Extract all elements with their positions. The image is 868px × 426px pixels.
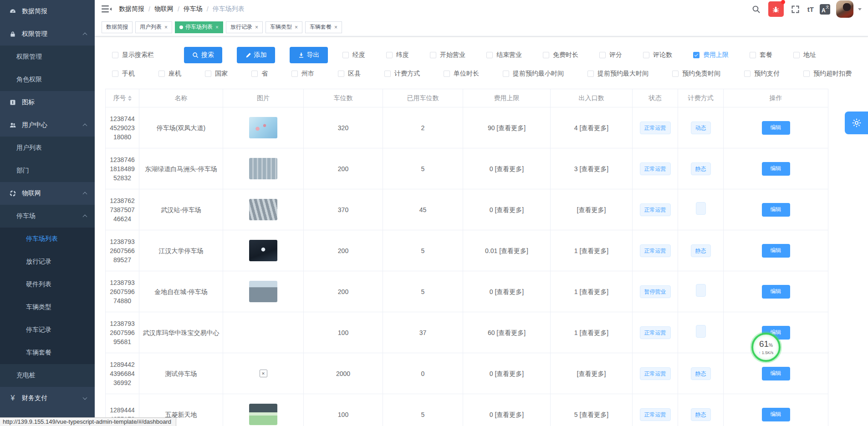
edit-button[interactable]: 编辑: [762, 162, 790, 176]
sidebar-item-permission-sub[interactable]: 权限管理: [0, 46, 95, 68]
page-content: 显示搜索栏 搜索 添加 导出 经度 纬度 开始营业 结束营业 免费时: [95, 36, 868, 426]
sidebar-item-role-permission[interactable]: 角色权限: [0, 68, 95, 91]
sidebar-item-parking-records[interactable]: 停车记录: [0, 319, 95, 341]
sidebar-item-iot[interactable]: 物联网: [0, 182, 95, 205]
table-row: 1238793260756689527 江汉大学停车场 200 5 0.01 […: [106, 230, 828, 271]
filter-free-duration[interactable]: 免费时长: [543, 51, 578, 59]
breadcrumb-item[interactable]: 停车场: [184, 5, 203, 13]
sidebar-item-dashboard[interactable]: 数据简报: [0, 0, 95, 23]
sidebar-item-pass-records[interactable]: 放行记录: [0, 250, 95, 273]
sidebar-item-department[interactable]: 部门: [0, 159, 95, 182]
add-button[interactable]: 添加: [237, 47, 275, 63]
fee-view-more-link[interactable]: 0 [查看更多]: [463, 394, 551, 426]
edit-button[interactable]: 编辑: [762, 367, 790, 380]
sidebar-item-vehicle-package[interactable]: 车辆套餐: [0, 341, 95, 364]
row-used: 2: [383, 107, 463, 148]
filter-reserve-free-time[interactable]: 预约免责时间: [672, 70, 720, 78]
filter-landline[interactable]: 座机: [158, 70, 181, 78]
show-search-checkbox[interactable]: 显示搜索栏: [112, 51, 154, 59]
table-row: 1238744452902318080 停车场(双凤大道) 320 2 90 […: [106, 107, 828, 148]
tab-vehicle-type[interactable]: 车辆类型×: [266, 21, 302, 33]
translate-icon[interactable]: A 文: [820, 4, 830, 15]
error-log-button[interactable]: [768, 1, 784, 17]
sidebar-item-charging-pile[interactable]: 充电桩: [0, 364, 95, 387]
sidebar-toggle-icon[interactable]: [102, 5, 112, 13]
close-icon[interactable]: ×: [215, 25, 219, 30]
col-header-id[interactable]: 序号: [106, 89, 139, 107]
filter-latitude[interactable]: 纬度: [386, 51, 409, 59]
filter-longitude[interactable]: 经度: [342, 51, 365, 59]
filter-max-reserve-time[interactable]: 提前预约最大时间: [587, 70, 648, 78]
export-button[interactable]: 导出: [290, 47, 328, 63]
edit-button[interactable]: 编辑: [762, 285, 790, 299]
fee-view-more-link[interactable]: 0 [查看更多]: [463, 148, 551, 189]
filter-billing-mode[interactable]: 计费方式: [384, 70, 420, 78]
fee-view-more-link[interactable]: 0.01 [查看更多]: [463, 230, 551, 271]
filter-province[interactable]: 省: [251, 70, 268, 78]
search-button[interactable]: 搜索: [184, 47, 222, 63]
close-icon[interactable]: ×: [334, 25, 337, 30]
sidebar-item-user-center[interactable]: 用户中心: [0, 114, 95, 137]
sidebar-item-permission[interactable]: 权限管理: [0, 23, 95, 46]
sidebar-item-icons[interactable]: 图标: [0, 91, 95, 114]
gates-view-more-link[interactable]: 5 [查看更多]: [551, 394, 633, 426]
filter-city[interactable]: 州市: [291, 70, 314, 78]
filter-min-reserve-time[interactable]: 提前预约最小时间: [503, 70, 564, 78]
gates-view-more-link[interactable]: [查看更多]: [551, 189, 633, 230]
filter-rating[interactable]: 评分: [599, 51, 622, 59]
sidebar-item-parking[interactable]: 停车场: [0, 205, 95, 228]
filter-mobile[interactable]: 手机: [112, 70, 135, 78]
net-speed-widget[interactable]: 61% ↑ 1.5K/s: [751, 333, 781, 362]
sidebar-item-vehicle-type[interactable]: 车辆类型: [0, 296, 95, 319]
edit-button[interactable]: 编辑: [762, 203, 790, 217]
fee-view-more-link[interactable]: 0 [查看更多]: [463, 353, 551, 394]
tab-dashboard[interactable]: 数据简报: [102, 21, 133, 33]
tab-pass-records[interactable]: 放行记录×: [226, 21, 263, 33]
filter-unit-duration[interactable]: 单位时长: [444, 70, 479, 78]
gates-view-more-link[interactable]: 1 [查看更多]: [551, 271, 633, 312]
user-menu-caret-icon[interactable]: [858, 8, 862, 10]
close-icon[interactable]: ×: [295, 25, 298, 30]
close-icon[interactable]: ×: [255, 25, 258, 30]
filter-open-time[interactable]: 开始营业: [430, 51, 465, 59]
text-size-icon[interactable]: tT: [807, 5, 814, 13]
gates-view-more-link[interactable]: 3 [查看更多]: [551, 148, 633, 189]
search-icon[interactable]: [751, 3, 762, 15]
gates-view-more-link[interactable]: 1 [查看更多]: [551, 230, 633, 271]
filter-package[interactable]: 套餐: [750, 51, 772, 59]
tab-user-list[interactable]: 用户列表×: [135, 21, 172, 33]
filter-district[interactable]: 区县: [338, 70, 361, 78]
fee-view-more-link[interactable]: 60 [查看更多]: [463, 312, 551, 353]
sidebar-item-parking-list[interactable]: 停车场列表: [0, 228, 95, 250]
filter-reserve-overtime-fee[interactable]: 预约超时扣费: [803, 70, 852, 78]
gates-view-more-link[interactable]: [查看更多]: [551, 353, 633, 394]
gates-view-more-link[interactable]: 4 [查看更多]: [551, 107, 633, 148]
chevron-down-icon: [83, 396, 87, 400]
edit-button[interactable]: 编辑: [762, 121, 790, 135]
sidebar-item-hardware-list[interactable]: 硬件列表: [0, 273, 95, 296]
edit-button[interactable]: 编辑: [762, 408, 790, 421]
settings-gear-button[interactable]: [845, 112, 868, 134]
tab-parking-list[interactable]: 停车场列表×: [175, 21, 223, 33]
filter-address[interactable]: 地址: [793, 51, 816, 59]
fee-view-more-link[interactable]: 90 [查看更多]: [463, 107, 551, 148]
filter-close-time[interactable]: 结束营业: [486, 51, 522, 59]
fee-view-more-link[interactable]: 0 [查看更多]: [463, 189, 551, 230]
sidebar-item-user-list[interactable]: 用户列表: [0, 137, 95, 159]
tab-vehicle-package[interactable]: 车辆套餐×: [305, 21, 342, 33]
gates-view-more-link[interactable]: 1 [查看更多]: [551, 312, 633, 353]
fee-view-more-link[interactable]: 0 [查看更多]: [463, 271, 551, 312]
checkbox-icon: [205, 71, 211, 77]
close-icon[interactable]: ×: [164, 25, 168, 30]
breadcrumb-item[interactable]: 物联网: [154, 5, 174, 13]
sidebar-item-finance-payment[interactable]: ¥ 财务支付: [0, 387, 95, 410]
filter-comment-count[interactable]: 评论数: [643, 51, 672, 59]
filter-fee-limit[interactable]: 费用上限: [693, 51, 729, 59]
filter-reserve-payment[interactable]: 预约支付: [744, 70, 780, 78]
filter-country[interactable]: 国家: [205, 70, 228, 78]
edit-button[interactable]: 编辑: [762, 244, 790, 258]
fullscreen-icon[interactable]: [790, 3, 802, 15]
breadcrumb-item[interactable]: 数据简报: [119, 5, 144, 13]
sort-icon[interactable]: [128, 96, 132, 101]
avatar[interactable]: [836, 0, 853, 18]
